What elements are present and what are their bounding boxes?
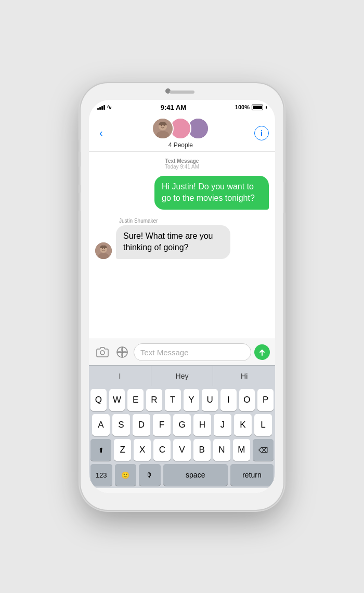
signal-bar-2 <box>99 107 101 110</box>
key-w[interactable]: W <box>109 389 125 411</box>
send-icon <box>258 348 266 356</box>
numbers-key[interactable]: 123 <box>90 464 112 486</box>
key-c[interactable]: C <box>153 439 171 461</box>
phone-screen: ∿ 9:41 AM 100% ‹ <box>89 100 275 493</box>
input-area: Text Message <box>89 339 275 365</box>
status-time: 9:41 AM <box>161 104 186 111</box>
speaker <box>170 91 194 94</box>
phone-device: ∿ 9:41 AM 100% ‹ <box>81 83 283 510</box>
svg-point-3 <box>161 125 162 126</box>
svg-point-6 <box>188 119 208 138</box>
key-e[interactable]: E <box>127 389 144 411</box>
group-name: 4 People <box>168 141 193 149</box>
message-timestamp: Text Message Today 9:41 AM <box>95 158 269 170</box>
key-b[interactable]: B <box>193 439 211 461</box>
sender-avatar <box>95 242 112 259</box>
delete-key[interactable]: ⌫ <box>253 439 274 461</box>
messages-area: Text Message Today 9:41 AM Hi Justin! Do… <box>89 152 275 339</box>
status-right: 100% <box>235 104 267 110</box>
keyboard-row-1: Q W E R T Y U I O P <box>90 389 274 411</box>
volume-down-button[interactable] <box>79 192 81 211</box>
key-r[interactable]: R <box>146 389 162 411</box>
key-s[interactable]: S <box>112 414 130 436</box>
power-button[interactable] <box>283 182 285 213</box>
autocomplete-i[interactable]: I <box>89 366 151 386</box>
svg-point-10 <box>102 248 103 249</box>
keyboard-row-2: A S D F G H J K L <box>90 414 274 436</box>
status-bar: ∿ 9:41 AM 100% <box>89 100 275 114</box>
signal-icon <box>97 105 105 110</box>
key-h[interactable]: H <box>193 414 211 436</box>
received-message-row: Sure! What time are you thinking of goin… <box>95 225 269 259</box>
avatar-1 <box>152 118 174 139</box>
apps-icon <box>116 346 128 358</box>
key-i[interactable]: I <box>220 389 237 411</box>
wifi-icon: ∿ <box>107 104 112 111</box>
avatar-face-svg <box>153 119 173 138</box>
status-left: ∿ <box>97 104 112 111</box>
key-k[interactable]: K <box>234 414 252 436</box>
key-g[interactable]: G <box>173 414 191 436</box>
signal-bar-3 <box>101 106 103 110</box>
shift-key[interactable]: ⬆ <box>90 439 111 461</box>
key-f[interactable]: F <box>153 414 171 436</box>
autocomplete-bar: I Hey Hi <box>89 365 275 386</box>
nav-center: 4 People <box>152 118 209 149</box>
key-m[interactable]: M <box>233 439 250 461</box>
send-button[interactable] <box>254 344 270 360</box>
key-v[interactable]: V <box>173 439 190 461</box>
battery-fill <box>253 106 262 109</box>
autocomplete-hey[interactable]: Hey <box>151 366 214 386</box>
keyboard: Q W E R T Y U I O P A S D F G H J K <box>89 386 275 488</box>
svg-point-5 <box>171 119 190 138</box>
volume-up-button[interactable] <box>79 166 81 185</box>
key-q[interactable]: Q <box>90 389 107 411</box>
emoji-key[interactable]: 🙂 <box>115 464 137 486</box>
key-u[interactable]: U <box>202 389 218 411</box>
sent-message-row: Hi Justin! Do you want to go to the movi… <box>95 176 269 210</box>
battery-icon <box>252 105 263 110</box>
keyboard-row-4: 123 🙂 🎙 space return <box>90 464 274 486</box>
apps-button[interactable] <box>114 344 131 360</box>
key-a[interactable]: A <box>92 414 110 436</box>
key-z[interactable]: Z <box>114 439 131 461</box>
signal-bar-1 <box>97 108 99 110</box>
sent-bubble: Hi Justin! Do you want to go to the movi… <box>154 176 269 210</box>
svg-point-11 <box>104 248 105 249</box>
mute-button[interactable] <box>79 139 81 152</box>
info-button[interactable]: i <box>254 126 269 140</box>
avatar-group <box>152 118 209 139</box>
battery-tip <box>266 106 267 109</box>
svg-point-4 <box>164 125 165 126</box>
key-d[interactable]: D <box>133 414 150 436</box>
key-l[interactable]: L <box>254 414 272 436</box>
key-p[interactable]: P <box>257 389 274 411</box>
key-n[interactable]: N <box>213 439 230 461</box>
key-o[interactable]: O <box>239 389 255 411</box>
received-bubble: Sure! What time are you thinking of goin… <box>116 225 230 259</box>
avatar-pink-svg <box>171 119 190 138</box>
text-input-field[interactable]: Text Message <box>134 343 251 361</box>
sender-avatar-svg <box>95 242 112 259</box>
input-placeholder: Text Message <box>140 348 189 357</box>
timestamp-header: Text Message <box>95 158 269 164</box>
camera-icon <box>96 346 109 358</box>
mic-key[interactable]: 🎙 <box>139 464 161 486</box>
key-j[interactable]: J <box>214 414 231 436</box>
space-key[interactable]: space <box>163 464 228 486</box>
key-y[interactable]: Y <box>184 389 200 411</box>
home-indicator <box>89 488 275 493</box>
avatar-purple-svg <box>188 119 208 138</box>
autocomplete-hi[interactable]: Hi <box>213 366 275 386</box>
timestamp-sub: Today 9:41 AM <box>95 164 269 170</box>
sender-name: Justin Shumaker <box>119 218 269 224</box>
svg-point-12 <box>100 351 105 355</box>
back-button[interactable]: ‹ <box>95 123 107 143</box>
camera-button[interactable] <box>94 344 111 360</box>
battery-percent: 100% <box>235 104 250 110</box>
navigation-bar: ‹ <box>89 114 275 152</box>
key-x[interactable]: X <box>134 439 151 461</box>
keyboard-row-3: ⬆ Z X C V B N M ⌫ <box>90 439 274 461</box>
key-t[interactable]: T <box>165 389 181 411</box>
return-key[interactable]: return <box>230 464 274 486</box>
